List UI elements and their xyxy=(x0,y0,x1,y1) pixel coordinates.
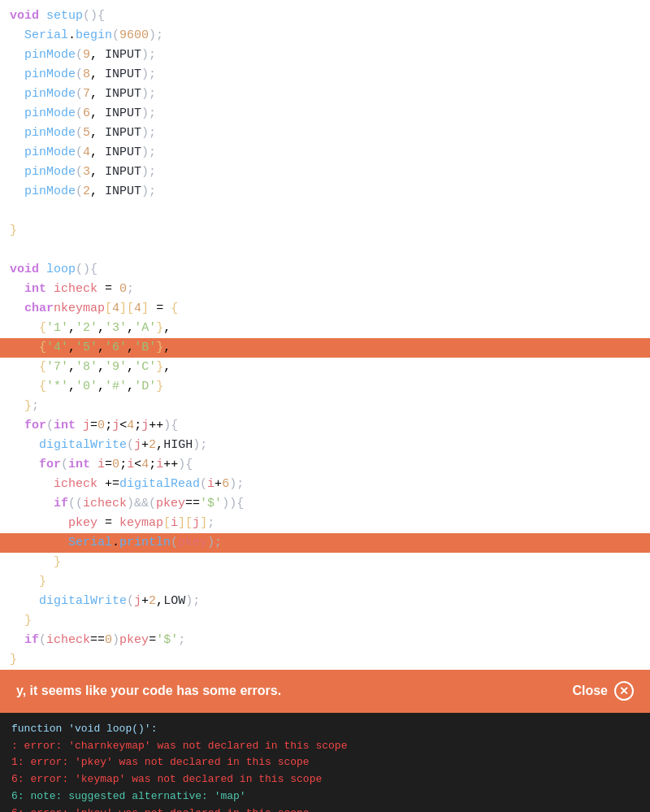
code-line: pinMode(9, INPUT); xyxy=(0,46,650,65)
code-line: for(int j=0;j<4;j++){ xyxy=(0,416,650,436)
code-line: digitalWrite(j+2,HIGH); xyxy=(0,436,650,455)
code-line: int icheck = 0; xyxy=(0,280,650,299)
error-notification-bar: y, it seems like your code has some erro… xyxy=(0,670,650,713)
code-line: {'7','8','9','C'}, xyxy=(0,358,650,377)
code-line xyxy=(0,202,650,221)
code-line: Serial.begin(9600); xyxy=(0,26,650,46)
code-line: pinMode(5, INPUT); xyxy=(0,124,650,143)
code-line: }; xyxy=(0,397,650,416)
code-line: {'1','2','3','A'}, xyxy=(0,319,650,338)
code-editor: void setup(){ Serial.begin(9600); pinMod… xyxy=(0,0,650,670)
code-line: charnkeymap[4][4] = { xyxy=(0,299,650,319)
code-line: pinMode(4, INPUT); xyxy=(0,143,650,163)
code-line: } xyxy=(0,611,650,631)
code-line xyxy=(0,241,650,260)
code-line: } xyxy=(0,572,650,592)
code-line: pinMode(6, INPUT); xyxy=(0,104,650,124)
code-line-highlighted-1: {'4','5','6','B'}, xyxy=(0,338,650,358)
code-line: pinMode(8, INPUT); xyxy=(0,65,650,85)
console-output: function 'void loop()': : error: 'charnk… xyxy=(0,713,650,812)
console-line: 6: error: 'keymap' was not declared in t… xyxy=(11,771,639,788)
close-icon: ✕ xyxy=(614,681,634,701)
code-line: pinMode(3, INPUT); xyxy=(0,163,650,182)
close-button[interactable]: Close ✕ xyxy=(572,681,634,701)
console-line: 1: error: 'pkey' was not declared in thi… xyxy=(11,754,639,771)
code-line: if((icheck)&&(pkey=='$')){ xyxy=(0,494,650,514)
code-line: {'*','0','#','D'} xyxy=(0,377,650,397)
error-message: y, it seems like your code has some erro… xyxy=(16,681,281,701)
code-line: void loop(){ xyxy=(0,260,650,280)
code-line: pinMode(7, INPUT); xyxy=(0,85,650,104)
code-line: } xyxy=(0,650,650,670)
code-line: } xyxy=(0,221,650,241)
code-line: for(int i=0;i<4;i++){ xyxy=(0,455,650,475)
code-line: if(icheck==0)pkey='$'; xyxy=(0,631,650,650)
code-line: icheck +=digitalRead(i+6); xyxy=(0,475,650,494)
code-line: void setup(){ xyxy=(0,7,650,26)
console-line: 6: note: suggested alternative: 'map' xyxy=(11,788,639,805)
code-line: pinMode(2, INPUT); xyxy=(0,182,650,202)
code-line: pkey = keymap[i][j]; xyxy=(0,514,650,533)
close-label: Close xyxy=(572,681,608,701)
console-line: function 'void loop()': xyxy=(11,721,639,738)
code-line: } xyxy=(0,553,650,572)
console-line: : error: 'charnkeymap' was not declared … xyxy=(11,738,639,755)
console-line: 6: error: 'pkey' was not declared in thi… xyxy=(11,805,639,812)
code-line-highlighted-2: Serial.println(pkey); xyxy=(0,533,650,553)
code-line: digitalWrite(j+2,LOW); xyxy=(0,592,650,611)
